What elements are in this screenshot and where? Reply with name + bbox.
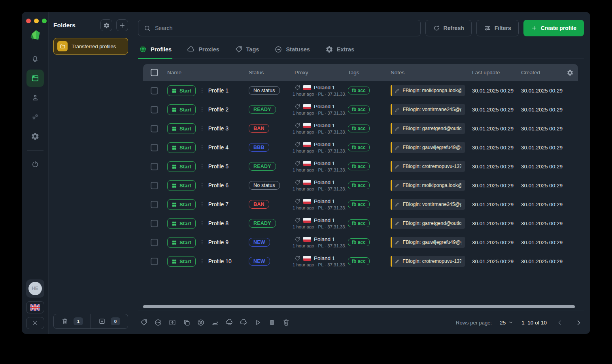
status-chip[interactable]: READY [249,219,276,228]
search-input[interactable] [155,25,415,31]
tag-chip[interactable]: fb acc [348,181,370,189]
cloud-sync-action-icon[interactable] [240,319,247,326]
traffic-light-minimize-button[interactable] [34,19,39,23]
note-chip[interactable]: FBlogin: moiklponga.look@h… [391,180,465,191]
folders-settings-button[interactable] [100,19,112,31]
proxy-refresh-icon[interactable] [295,141,300,147]
status-chip[interactable]: NEW [249,238,270,247]
horizontal-scrollbar[interactable] [143,305,575,308]
theme-toggle-button[interactable] [26,317,44,329]
note-chip[interactable]: FBlogin: vontirmane245@g… [391,199,465,210]
pause-action-icon[interactable] [268,319,276,326]
row-checkbox[interactable] [151,258,158,265]
status-chip[interactable]: BAN [249,124,269,133]
status-chip[interactable]: BBB [249,143,269,152]
tag-chip[interactable]: fb acc [348,106,370,113]
start-button[interactable]: Start [167,237,196,248]
note-chip[interactable]: FBlogin: crotremopuvu-1379… [391,161,465,172]
tab-proxies[interactable]: Proxies [186,42,220,58]
tag-chip[interactable]: fb acc [348,124,370,132]
row-checkbox[interactable] [151,182,158,189]
traffic-light-zoom-button[interactable] [42,19,47,23]
cookies-action-icon[interactable] [197,319,205,326]
next-page-button[interactable] [573,319,584,326]
note-chip[interactable]: FBlogin: moiklponga.look@h… [391,85,465,96]
status-chip[interactable]: BAN [249,200,269,209]
tab-tags[interactable]: Tags [234,42,260,58]
row-menu-icon[interactable] [199,201,205,207]
tag-action-icon[interactable] [140,319,148,326]
row-checkbox[interactable] [151,201,158,208]
note-chip[interactable]: FBlogin: garretgend@outloo… [391,123,465,134]
start-button[interactable]: Start [167,123,196,134]
start-button[interactable]: Start [167,199,196,210]
note-chip[interactable]: FBlogin: gauwijegrefu49@g… [391,142,465,153]
language-button[interactable] [26,301,44,313]
column-settings-icon[interactable] [567,69,574,76]
traffic-light-close-button[interactable] [26,19,31,23]
row-checkbox[interactable] [151,163,158,170]
refresh-button[interactable]: Refresh [425,20,472,36]
start-button[interactable]: Start [167,104,196,115]
start-button[interactable]: Start [167,85,196,96]
previous-page-button[interactable] [555,319,565,326]
tab-statuses[interactable]: Statuses [274,42,310,58]
proxy-refresh-icon[interactable] [295,255,300,261]
row-menu-icon[interactable] [199,106,205,113]
row-checkbox[interactable] [151,106,158,113]
settings-icon[interactable] [26,128,44,145]
note-chip[interactable]: FBlogin: vontirmane245@g… [391,104,465,115]
browser-profiles-icon[interactable] [26,70,44,87]
duplicate-action-icon[interactable] [183,319,191,326]
start-button[interactable]: Start [167,161,196,172]
tag-chip[interactable]: fb acc [348,238,370,246]
proxy-refresh-icon[interactable] [295,160,300,166]
status-chip[interactable]: NEW [249,257,270,266]
tag-chip[interactable]: fb acc [348,162,370,170]
team-icon[interactable] [26,89,44,106]
notifications-icon[interactable] [26,50,44,68]
automation-icon[interactable] [26,108,44,126]
tag-chip[interactable]: fb acc [348,257,370,265]
proxy-refresh-icon[interactable] [295,104,300,109]
row-menu-icon[interactable] [199,144,205,151]
row-menu-icon[interactable] [199,258,205,264]
row-checkbox[interactable] [151,144,158,151]
tab-profiles[interactable]: Profiles [138,42,172,58]
note-chip[interactable]: FBlogin: garretgend@outloo… [391,218,465,229]
claw-action-icon[interactable] [211,319,219,326]
proxy-refresh-icon[interactable] [295,179,300,185]
row-menu-icon[interactable] [199,87,205,94]
proxy-refresh-icon[interactable] [295,198,300,204]
start-button[interactable]: Start [167,180,196,191]
row-menu-icon[interactable] [199,182,205,189]
archive-folder-button[interactable]: 0 [91,314,128,328]
proxy-refresh-icon[interactable] [295,217,300,223]
row-menu-icon[interactable] [199,125,205,132]
trash-folder-button[interactable]: 1 [54,314,91,328]
cloud-restore-action-icon[interactable] [225,319,233,326]
status-action-icon[interactable] [154,319,162,326]
tag-chip[interactable]: fb acc [348,87,370,94]
note-chip[interactable]: FBlogin: gauwijegrefu49@g… [391,237,465,248]
start-button[interactable]: Start [167,142,196,153]
create-profile-button[interactable]: Create profile [523,20,584,36]
row-menu-icon[interactable] [199,163,205,170]
row-checkbox[interactable] [151,220,158,227]
export-action-icon[interactable] [168,319,176,326]
logout-icon[interactable] [26,156,44,173]
tag-chip[interactable]: fb acc [348,143,370,151]
row-menu-icon[interactable] [199,220,205,226]
run-action-icon[interactable] [254,319,262,326]
row-checkbox[interactable] [151,125,158,132]
proxy-refresh-icon[interactable] [295,85,300,91]
user-avatar[interactable]: HE [26,279,44,298]
row-checkbox[interactable] [151,239,158,246]
status-chip[interactable]: READY [249,105,276,114]
select-all-checkbox[interactable] [151,69,158,76]
proxy-refresh-icon[interactable] [295,123,300,128]
add-folder-button[interactable] [116,19,128,31]
rows-per-page-select[interactable]: 25 [500,320,514,326]
row-menu-icon[interactable] [199,239,205,245]
start-button[interactable]: Start [167,218,196,229]
